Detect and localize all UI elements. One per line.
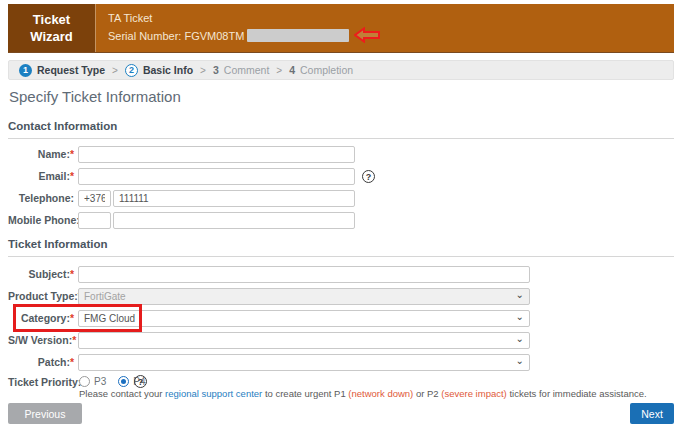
- product-type-value: FortiGate: [84, 291, 126, 302]
- name-label: Name:*: [8, 146, 74, 163]
- regional-support-center-link[interactable]: regional support center: [165, 388, 262, 399]
- wizard-title: Ticket Wizard: [8, 4, 96, 52]
- radio-unchecked-icon[interactable]: [79, 376, 90, 387]
- telephone-number-input[interactable]: [113, 190, 355, 207]
- step-3-number: 3: [213, 64, 219, 76]
- step-completion: 4 Completion: [289, 64, 353, 76]
- chevron-down-icon: ⌄: [516, 335, 524, 343]
- ticket-wizard-page: Ticket Wizard TA Ticket Serial Number: F…: [0, 0, 682, 427]
- required-marker: *: [70, 312, 74, 324]
- priority-option-p3[interactable]: P3: [79, 376, 106, 387]
- mobile-country-code-input[interactable]: [78, 212, 111, 229]
- step-separator-icon: >: [276, 65, 282, 76]
- chevron-down-icon: ⌄: [516, 291, 524, 299]
- telephone-label: Telephone:: [8, 190, 74, 207]
- email-input[interactable]: [78, 168, 355, 185]
- serial-redaction-box: [247, 29, 349, 42]
- priority-note: Please contact your regional support cen…: [79, 388, 647, 399]
- patch-label: Patch:*: [8, 354, 74, 371]
- step-1-circle: 1: [19, 64, 32, 77]
- severe-impact-text: (severe impact): [441, 388, 506, 399]
- radio-checked-icon[interactable]: [118, 376, 129, 387]
- step-basic-info[interactable]: 2 Basic Info: [125, 64, 193, 77]
- required-marker: *: [72, 334, 76, 346]
- mobile-number-input[interactable]: [113, 212, 355, 229]
- category-value: FMG Cloud: [84, 313, 135, 324]
- wizard-title-line2: Wizard: [30, 28, 73, 45]
- priority-p3-label: P3: [94, 376, 106, 387]
- step-3-label: Comment: [224, 64, 270, 76]
- ticket-type-label: TA Ticket: [108, 12, 380, 24]
- chevron-down-icon: ⌄: [516, 357, 524, 365]
- product-type-label: Product Type:*: [8, 288, 74, 305]
- required-marker: *: [70, 148, 74, 160]
- ticket-priority-label: Ticket Priority:*: [8, 374, 74, 391]
- network-down-text: (network down): [348, 388, 413, 399]
- subject-input[interactable]: [78, 266, 530, 283]
- step-comment: 3 Comment: [213, 64, 269, 76]
- email-help-icon[interactable]: ?: [362, 170, 375, 183]
- patch-select[interactable]: ⌄: [78, 354, 530, 371]
- serial-number-label: Serial Number:: [108, 30, 181, 42]
- step-4-label: Completion: [300, 64, 353, 76]
- category-select[interactable]: FMG Cloud ⌄: [78, 310, 530, 327]
- page-title: Specify Ticket Information: [9, 88, 181, 105]
- email-label: Email:*: [8, 168, 74, 185]
- mobile-phone-label: Mobile Phone:: [8, 212, 74, 229]
- sw-version-label: S/W Version:*: [8, 332, 74, 349]
- ticket-section-heading: Ticket Information: [8, 238, 674, 257]
- sw-version-select[interactable]: ⌄: [78, 332, 530, 349]
- wizard-stepper: 1 Request Type > 2 Basic Info > 3 Commen…: [8, 60, 674, 80]
- annotation-arrow-icon: [354, 27, 380, 45]
- wizard-header: Ticket Wizard TA Ticket Serial Number: F…: [8, 4, 674, 53]
- priority-help-icon[interactable]: ?: [134, 375, 147, 388]
- required-marker: *: [70, 268, 74, 280]
- required-marker: *: [70, 170, 74, 182]
- step-4-number: 4: [289, 64, 295, 76]
- step-separator-icon: >: [200, 65, 206, 76]
- name-input[interactable]: [78, 146, 355, 163]
- ticket-header-info: TA Ticket Serial Number: FGVM08TM: [96, 4, 380, 52]
- next-button[interactable]: Next: [630, 403, 674, 424]
- chevron-down-icon: ⌄: [516, 313, 524, 321]
- step-request-type[interactable]: 1 Request Type: [19, 64, 105, 77]
- step-2-circle: 2: [125, 64, 138, 77]
- subject-label: Subject:*: [8, 266, 74, 283]
- step-separator-icon: >: [112, 65, 118, 76]
- category-label: Category:*: [8, 310, 74, 327]
- previous-button[interactable]: Previous: [8, 403, 82, 424]
- serial-number-value: FGVM08TM: [184, 30, 244, 42]
- step-2-label: Basic Info: [143, 64, 193, 76]
- serial-number-line: Serial Number: FGVM08TM: [108, 27, 380, 45]
- contact-section-heading: Contact Information: [8, 120, 674, 139]
- required-marker: *: [70, 356, 74, 368]
- product-type-select: FortiGate ⌄: [78, 288, 530, 305]
- wizard-title-line1: Ticket: [33, 11, 70, 28]
- telephone-country-code-input[interactable]: [78, 190, 111, 207]
- step-1-label: Request Type: [37, 64, 105, 76]
